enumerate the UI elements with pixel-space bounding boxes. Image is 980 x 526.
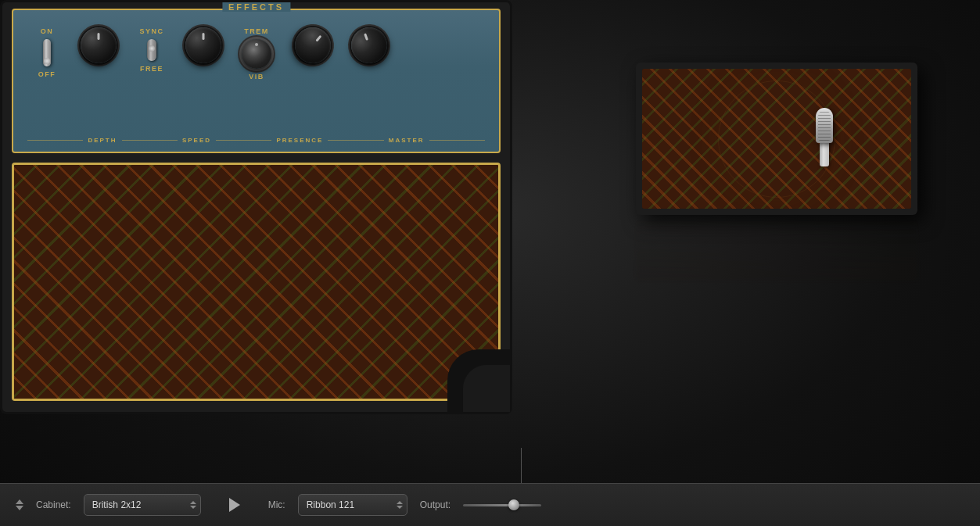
on-off-toggle[interactable] xyxy=(43,39,51,66)
speed-line-right xyxy=(216,140,271,141)
cabinet-up-arrow[interactable] xyxy=(16,499,23,504)
mic-head xyxy=(816,108,833,143)
presence-control xyxy=(293,27,332,63)
cabinet-stepper[interactable] xyxy=(16,499,23,510)
corner-piece-inner xyxy=(463,365,510,412)
depth-control xyxy=(79,27,118,63)
cabinet-down-arrow[interactable] xyxy=(16,506,23,510)
cabinet-select[interactable]: British 2x12 American 1x12 British 4x12 … xyxy=(84,494,201,516)
depth-line-right xyxy=(122,140,178,141)
mic-select[interactable]: Ribbon 121 Condenser 87 Dynamic 20 No Mi… xyxy=(298,494,407,516)
master-control xyxy=(350,27,389,63)
master-line xyxy=(429,140,485,141)
mic-label: Mic: xyxy=(268,499,285,510)
on-label: ON xyxy=(41,27,54,35)
output-label: Output: xyxy=(420,499,451,510)
effects-controls: ON OFF SYNC FREE TREM VIB xyxy=(13,10,499,81)
mic-select-wrapper: Ribbon 121 Condenser 87 Dynamic 20 No Mi… xyxy=(298,494,407,516)
output-slider-track xyxy=(463,504,541,506)
corner-piece xyxy=(447,349,510,412)
sync-toggle[interactable] xyxy=(147,39,156,61)
presence-section-label: PRESENCE xyxy=(271,137,328,144)
amp-body: EFFECTS ON OFF SYNC FREE xyxy=(0,0,512,414)
trem-control: TREM VIB xyxy=(237,27,276,81)
speed-section-label: SPEED xyxy=(178,137,216,144)
trem-label: TREM xyxy=(244,27,269,35)
play-button[interactable] xyxy=(229,498,240,512)
speed-control xyxy=(184,27,223,63)
cabinet-select-wrapper: British 2x12 American 1x12 British 4x12 … xyxy=(84,494,201,516)
speed-knob[interactable] xyxy=(185,27,221,63)
free-label: FREE xyxy=(140,65,163,73)
effects-panel: EFFECTS ON OFF SYNC FREE xyxy=(12,9,501,153)
bottom-toolbar: Cabinet: British 2x12 American 1x12 Brit… xyxy=(0,483,980,526)
sync-control: SYNC FREE xyxy=(132,27,171,73)
presence-knob[interactable] xyxy=(288,20,339,71)
trem-vib-knob[interactable] xyxy=(242,39,271,69)
cabinet-reflection xyxy=(636,217,917,280)
master-knob[interactable] xyxy=(346,23,393,69)
presence-line xyxy=(328,140,383,141)
effects-label: EFFECTS xyxy=(222,2,290,12)
output-slider-thumb[interactable] xyxy=(508,499,519,510)
cabinet-label: Cabinet: xyxy=(36,499,71,510)
speaker-grille xyxy=(12,163,501,401)
output-slider-container xyxy=(463,504,541,506)
depth-knob[interactable] xyxy=(81,27,117,63)
depth-section-label: DEPTH xyxy=(83,137,121,144)
grille-pattern xyxy=(14,165,498,399)
vib-label: VIB xyxy=(249,73,264,81)
master-section-label: MASTER xyxy=(384,137,429,144)
mic-body xyxy=(820,143,829,166)
right-grille xyxy=(642,69,911,209)
sync-label: SYNC xyxy=(139,27,163,35)
microphone[interactable] xyxy=(816,108,833,170)
section-labels: DEPTH SPEED PRESENCE MASTER xyxy=(13,137,499,144)
on-off-control: ON OFF xyxy=(27,27,66,78)
off-label: OFF xyxy=(38,70,56,78)
depth-line-left xyxy=(27,140,83,141)
right-cabinet xyxy=(636,63,917,215)
